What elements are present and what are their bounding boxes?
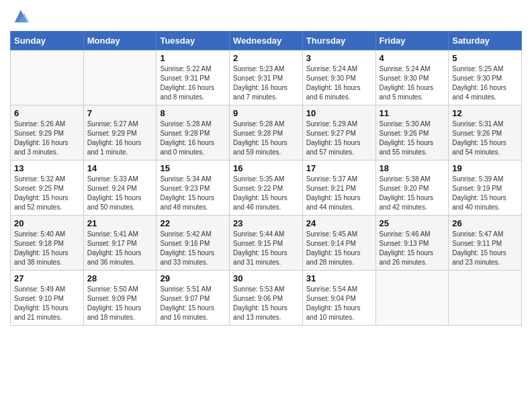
day-detail: Sunrise: 5:25 AM Sunset: 9:30 PM Dayligh… bbox=[452, 64, 518, 102]
day-detail: Sunrise: 5:37 AM Sunset: 9:21 PM Dayligh… bbox=[306, 175, 372, 212]
calendar-cell: 12Sunrise: 5:31 AM Sunset: 9:26 PM Dayli… bbox=[449, 105, 522, 161]
calendar-cell: 4Sunrise: 5:24 AM Sunset: 9:30 PM Daylig… bbox=[375, 50, 449, 105]
day-detail: Sunrise: 5:53 AM Sunset: 9:06 PM Dayligh… bbox=[233, 285, 299, 322]
day-number: 23 bbox=[233, 218, 299, 228]
calendar-cell: 7Sunrise: 5:27 AM Sunset: 9:29 PM Daylig… bbox=[83, 105, 157, 161]
day-number: 10 bbox=[306, 108, 372, 118]
day-number: 18 bbox=[380, 163, 445, 173]
calendar-cell: 5Sunrise: 5:25 AM Sunset: 9:30 PM Daylig… bbox=[449, 50, 522, 105]
day-detail: Sunrise: 5:22 AM Sunset: 9:31 PM Dayligh… bbox=[160, 64, 226, 102]
calendar-cell bbox=[375, 271, 449, 326]
calendar-cell: 8Sunrise: 5:28 AM Sunset: 9:28 PM Daylig… bbox=[157, 105, 230, 161]
day-detail: Sunrise: 5:41 AM Sunset: 9:17 PM Dayligh… bbox=[87, 230, 153, 267]
header bbox=[10, 7, 522, 26]
calendar-cell: 9Sunrise: 5:28 AM Sunset: 9:28 PM Daylig… bbox=[230, 105, 303, 161]
day-number: 4 bbox=[380, 53, 445, 63]
calendar-cell: 19Sunrise: 5:39 AM Sunset: 9:19 PM Dayli… bbox=[449, 161, 522, 216]
day-detail: Sunrise: 5:35 AM Sunset: 9:22 PM Dayligh… bbox=[233, 175, 299, 212]
logo-icon bbox=[11, 7, 30, 26]
day-number: 28 bbox=[87, 273, 153, 283]
day-detail: Sunrise: 5:28 AM Sunset: 9:28 PM Dayligh… bbox=[160, 120, 226, 157]
week-row-2: 6Sunrise: 5:26 AM Sunset: 9:29 PM Daylig… bbox=[11, 105, 522, 161]
day-detail: Sunrise: 5:42 AM Sunset: 9:16 PM Dayligh… bbox=[160, 230, 226, 267]
day-detail: Sunrise: 5:50 AM Sunset: 9:09 PM Dayligh… bbox=[87, 285, 153, 322]
day-detail: Sunrise: 5:45 AM Sunset: 9:14 PM Dayligh… bbox=[306, 230, 372, 267]
calendar-cell: 13Sunrise: 5:32 AM Sunset: 9:25 PM Dayli… bbox=[11, 161, 84, 216]
day-number: 6 bbox=[14, 108, 80, 118]
calendar-cell: 28Sunrise: 5:50 AM Sunset: 9:09 PM Dayli… bbox=[83, 271, 157, 326]
calendar-cell: 22Sunrise: 5:42 AM Sunset: 9:16 PM Dayli… bbox=[157, 216, 230, 271]
calendar-cell: 20Sunrise: 5:40 AM Sunset: 9:18 PM Dayli… bbox=[11, 216, 84, 271]
day-detail: Sunrise: 5:34 AM Sunset: 9:23 PM Dayligh… bbox=[160, 175, 226, 212]
day-number: 12 bbox=[452, 108, 518, 118]
calendar: SundayMondayTuesdayWednesdayThursdayFrid… bbox=[10, 31, 522, 326]
day-detail: Sunrise: 5:54 AM Sunset: 9:04 PM Dayligh… bbox=[306, 285, 372, 322]
calendar-cell: 3Sunrise: 5:24 AM Sunset: 9:30 PM Daylig… bbox=[302, 50, 375, 105]
week-row-1: 1Sunrise: 5:22 AM Sunset: 9:31 PM Daylig… bbox=[11, 50, 522, 105]
day-number: 8 bbox=[160, 108, 226, 118]
week-row-5: 27Sunrise: 5:49 AM Sunset: 9:10 PM Dayli… bbox=[11, 271, 522, 326]
day-detail: Sunrise: 5:23 AM Sunset: 9:31 PM Dayligh… bbox=[233, 64, 299, 102]
calendar-cell: 10Sunrise: 5:29 AM Sunset: 9:27 PM Dayli… bbox=[302, 105, 375, 161]
day-number: 31 bbox=[306, 273, 372, 283]
weekday-header-wednesday: Wednesday bbox=[230, 32, 303, 50]
day-number: 24 bbox=[306, 218, 372, 228]
day-detail: Sunrise: 5:31 AM Sunset: 9:26 PM Dayligh… bbox=[452, 120, 518, 157]
calendar-cell: 17Sunrise: 5:37 AM Sunset: 9:21 PM Dayli… bbox=[302, 161, 375, 216]
calendar-cell bbox=[449, 271, 522, 326]
weekday-header-friday: Friday bbox=[375, 32, 449, 50]
day-number: 3 bbox=[306, 53, 372, 63]
weekday-header-thursday: Thursday bbox=[302, 32, 375, 50]
week-row-4: 20Sunrise: 5:40 AM Sunset: 9:18 PM Dayli… bbox=[11, 216, 522, 271]
day-detail: Sunrise: 5:24 AM Sunset: 9:30 PM Dayligh… bbox=[306, 64, 372, 102]
day-detail: Sunrise: 5:49 AM Sunset: 9:10 PM Dayligh… bbox=[14, 285, 80, 322]
day-detail: Sunrise: 5:24 AM Sunset: 9:30 PM Dayligh… bbox=[380, 64, 445, 102]
day-number: 1 bbox=[160, 53, 226, 63]
calendar-cell: 21Sunrise: 5:41 AM Sunset: 9:17 PM Dayli… bbox=[83, 216, 157, 271]
weekday-header-sunday: Sunday bbox=[11, 32, 84, 50]
calendar-cell: 23Sunrise: 5:44 AM Sunset: 9:15 PM Dayli… bbox=[230, 216, 303, 271]
calendar-cell bbox=[83, 50, 157, 105]
day-detail: Sunrise: 5:28 AM Sunset: 9:28 PM Dayligh… bbox=[233, 120, 299, 157]
day-number: 7 bbox=[87, 108, 153, 118]
weekday-header-tuesday: Tuesday bbox=[157, 32, 230, 50]
day-number: 21 bbox=[87, 218, 153, 228]
day-detail: Sunrise: 5:29 AM Sunset: 9:27 PM Dayligh… bbox=[306, 120, 372, 157]
day-detail: Sunrise: 5:27 AM Sunset: 9:29 PM Dayligh… bbox=[87, 120, 153, 157]
calendar-cell: 31Sunrise: 5:54 AM Sunset: 9:04 PM Dayli… bbox=[302, 271, 375, 326]
calendar-cell: 18Sunrise: 5:38 AM Sunset: 9:20 PM Dayli… bbox=[375, 161, 449, 216]
calendar-cell bbox=[11, 50, 84, 105]
day-number: 5 bbox=[452, 53, 518, 63]
day-detail: Sunrise: 5:40 AM Sunset: 9:18 PM Dayligh… bbox=[14, 230, 80, 267]
calendar-cell: 1Sunrise: 5:22 AM Sunset: 9:31 PM Daylig… bbox=[157, 50, 230, 105]
day-detail: Sunrise: 5:33 AM Sunset: 9:24 PM Dayligh… bbox=[87, 175, 153, 212]
calendar-cell: 27Sunrise: 5:49 AM Sunset: 9:10 PM Dayli… bbox=[11, 271, 84, 326]
day-number: 26 bbox=[452, 218, 518, 228]
calendar-cell: 11Sunrise: 5:30 AM Sunset: 9:26 PM Dayli… bbox=[375, 105, 449, 161]
day-number: 17 bbox=[306, 163, 372, 173]
day-detail: Sunrise: 5:39 AM Sunset: 9:19 PM Dayligh… bbox=[452, 175, 518, 212]
day-number: 19 bbox=[452, 163, 518, 173]
day-number: 20 bbox=[14, 218, 80, 228]
day-number: 15 bbox=[160, 163, 226, 173]
logo bbox=[10, 7, 30, 26]
calendar-cell: 25Sunrise: 5:46 AM Sunset: 9:13 PM Dayli… bbox=[375, 216, 449, 271]
calendar-cell: 6Sunrise: 5:26 AM Sunset: 9:29 PM Daylig… bbox=[11, 105, 84, 161]
weekday-header-row: SundayMondayTuesdayWednesdayThursdayFrid… bbox=[11, 32, 522, 50]
calendar-cell: 26Sunrise: 5:47 AM Sunset: 9:11 PM Dayli… bbox=[449, 216, 522, 271]
calendar-cell: 30Sunrise: 5:53 AM Sunset: 9:06 PM Dayli… bbox=[230, 271, 303, 326]
day-detail: Sunrise: 5:46 AM Sunset: 9:13 PM Dayligh… bbox=[380, 230, 445, 267]
day-number: 27 bbox=[14, 273, 80, 283]
day-number: 14 bbox=[87, 163, 153, 173]
day-number: 11 bbox=[380, 108, 445, 118]
calendar-cell: 2Sunrise: 5:23 AM Sunset: 9:31 PM Daylig… bbox=[230, 50, 303, 105]
day-number: 22 bbox=[160, 218, 226, 228]
calendar-cell: 16Sunrise: 5:35 AM Sunset: 9:22 PM Dayli… bbox=[230, 161, 303, 216]
day-number: 25 bbox=[380, 218, 445, 228]
day-detail: Sunrise: 5:38 AM Sunset: 9:20 PM Dayligh… bbox=[380, 175, 445, 212]
day-number: 29 bbox=[160, 273, 226, 283]
day-detail: Sunrise: 5:51 AM Sunset: 9:07 PM Dayligh… bbox=[160, 285, 226, 322]
day-detail: Sunrise: 5:26 AM Sunset: 9:29 PM Dayligh… bbox=[14, 120, 80, 157]
day-number: 9 bbox=[233, 108, 299, 118]
week-row-3: 13Sunrise: 5:32 AM Sunset: 9:25 PM Dayli… bbox=[11, 161, 522, 216]
